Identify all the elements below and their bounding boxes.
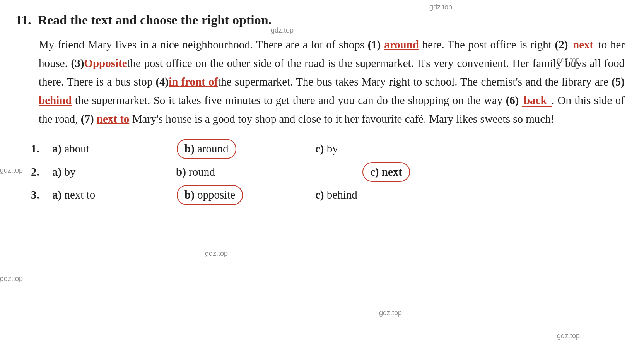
blank-num-6: (6) xyxy=(506,94,519,106)
options-row-3: 3. a) next to b) opposite c) behind xyxy=(31,185,629,205)
options-row-2: 2. a) by b) round c) next xyxy=(31,162,629,182)
watermark-4: gdz.top xyxy=(0,166,23,175)
option-2b: b) round xyxy=(176,164,315,181)
blank-num-1: (1) xyxy=(368,38,381,51)
blank-num-5: (5) xyxy=(612,75,625,88)
option-1b: b) around xyxy=(176,139,315,159)
option-3b: b) opposite xyxy=(176,185,315,205)
circled-1b: b) around xyxy=(177,139,236,159)
options-row-1: 1. a) about b) around c) by xyxy=(31,139,629,159)
option-3c: c) behind xyxy=(315,187,357,204)
blank-num-2: (2) xyxy=(555,38,568,51)
question-title: Read the text and choose the right optio… xyxy=(38,13,272,27)
blank-num-4: (4) xyxy=(155,75,169,88)
question-header: 11. Read the text and choose the right o… xyxy=(15,12,629,29)
option-row-num-2: 2. xyxy=(31,164,52,181)
answer-3: Opposite xyxy=(84,57,127,69)
question-number: 11. xyxy=(15,13,31,27)
option-row-num-1: 1. xyxy=(31,140,52,157)
option-1a: a) about xyxy=(52,140,176,157)
option-row-num-3: 3. xyxy=(31,187,52,204)
passage-text: My friend Mary lives in a nice neighbour… xyxy=(39,36,625,128)
watermark-7: gdz.top xyxy=(379,309,402,317)
blank-num-3: (3) xyxy=(71,57,84,69)
watermark-3: gdz.top xyxy=(557,56,580,64)
blank-num-7: (7) xyxy=(81,113,94,125)
watermark-5: gdz.top xyxy=(205,250,228,258)
watermark-1: gdz.top xyxy=(429,3,452,11)
option-2a: a) by xyxy=(52,164,176,181)
option-2c: c) next xyxy=(362,162,411,182)
option-1c: c) by xyxy=(315,140,338,157)
watermark-2: gdz.top xyxy=(271,26,294,34)
watermark-8: gdz.top xyxy=(557,332,580,340)
answer-1: around xyxy=(384,38,419,51)
answer-6: back xyxy=(522,94,552,107)
answer-4: in front of xyxy=(169,75,218,88)
watermark-6: gdz.top xyxy=(0,275,23,283)
answer-5: behind xyxy=(39,94,72,106)
circled-3b: b) opposite xyxy=(177,185,243,205)
options-section: 1. a) about b) around c) by 2. a) by b) … xyxy=(31,139,629,205)
circled-2c: c) next xyxy=(362,162,410,182)
answer-7: next to xyxy=(97,113,130,125)
answer-2: next xyxy=(571,38,598,51)
option-3a: a) next to xyxy=(52,187,176,204)
